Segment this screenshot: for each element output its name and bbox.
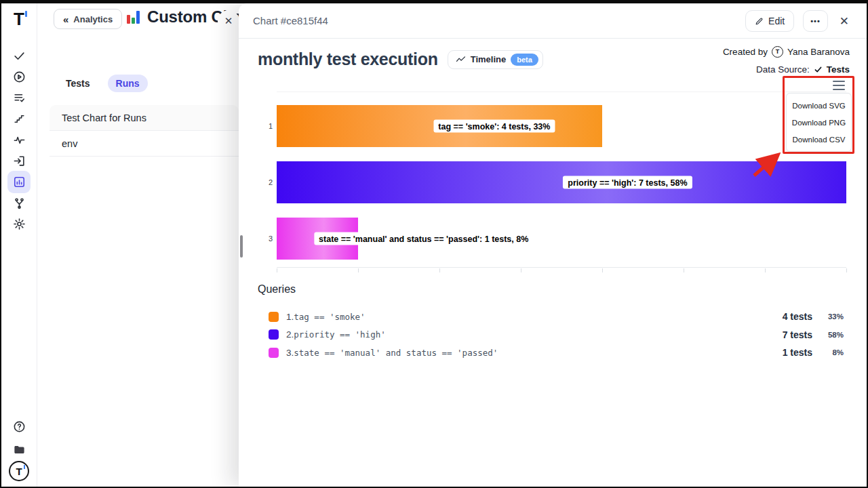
- query-tests-count: 1 tests: [762, 347, 812, 358]
- list-item[interactable]: Test Chart for Runs: [50, 105, 239, 131]
- panel-tabs: Tests Runs: [58, 75, 148, 92]
- created-by-label: Created by: [723, 47, 768, 57]
- menu-item-download-csv[interactable]: Download CSV: [787, 131, 851, 148]
- query-row: 2. priority == 'high' 7 tests 58%: [269, 326, 844, 344]
- data-source-value: Tests: [827, 64, 850, 75]
- download-menu: Download SVG Download PNG Download CSV: [786, 93, 852, 152]
- y-axis-label: 3: [260, 235, 273, 243]
- query-percent: 8%: [816, 348, 844, 357]
- y-axis-label: 1: [260, 122, 273, 130]
- bar-priority-high[interactable]: [277, 161, 846, 203]
- import-sign-in-icon[interactable]: [7, 150, 31, 172]
- chart-meta: Created by T Yana Baranova Data Source: …: [723, 45, 850, 81]
- logo-accent: [25, 11, 27, 17]
- app-window: T T « Analytics Custom Charts: [0, 0, 868, 488]
- custom-charts-icon: [125, 9, 142, 25]
- menu-item-download-png[interactable]: Download PNG: [787, 114, 851, 131]
- query-row: 3. state == 'manual' and status == 'pass…: [269, 344, 844, 362]
- query-row: 1. tag == 'smoke' 4 tests 33%: [269, 308, 844, 326]
- pencil-icon: [755, 17, 764, 26]
- drawer-title: Chart #ce815f44: [253, 15, 328, 26]
- avatar-accent: [24, 465, 25, 469]
- tab-tests[interactable]: Tests: [58, 75, 98, 92]
- queries-heading: Queries: [258, 283, 296, 296]
- back-chevrons-icon: «: [63, 14, 68, 25]
- close-icon[interactable]: ✕: [837, 13, 852, 30]
- query-text: priority == 'high': [294, 329, 385, 340]
- query-tests-count: 7 tests: [762, 329, 812, 340]
- query-index: 3.: [286, 348, 294, 358]
- bar-label: tag == 'smoke': 4 tests, 33%: [433, 120, 555, 133]
- creator-name: Yana Baranova: [787, 47, 850, 57]
- query-text: tag == 'smoke': [294, 312, 365, 322]
- runs-play-icon[interactable]: [7, 66, 31, 88]
- scrollbar-thumb[interactable]: [240, 235, 243, 258]
- icon-rail: T T: [1, 3, 37, 487]
- plans-list-check-icon[interactable]: [7, 87, 31, 109]
- check-icon: [814, 65, 823, 74]
- query-text: state == 'manual' and status == 'passed': [294, 348, 498, 358]
- analytics-panel: « Analytics Custom Charts Tests Runs Tes…: [37, 3, 239, 487]
- steps-icon[interactable]: [7, 108, 31, 130]
- bar-label: priority == 'high': 7 tests, 58%: [563, 176, 692, 189]
- y-axis-label: 2: [260, 178, 273, 186]
- bar-label: state == 'manual' and status == 'passed'…: [314, 232, 533, 245]
- tests-check-icon[interactable]: [7, 45, 31, 67]
- query-index: 2.: [286, 329, 294, 340]
- chart-drawer: Chart #ce815f44 Edit ••• ✕ monthly test …: [239, 3, 867, 487]
- beta-badge: beta: [511, 54, 538, 66]
- help-icon[interactable]: [7, 415, 31, 438]
- activity-pulse-icon[interactable]: [7, 129, 31, 151]
- tab-runs[interactable]: Runs: [108, 75, 148, 92]
- analytics-bar-chart-icon[interactable]: [7, 171, 31, 193]
- menu-item-download-svg[interactable]: Download SVG: [787, 97, 851, 114]
- query-index: 1.: [286, 312, 294, 322]
- settings-gear-icon[interactable]: [7, 213, 31, 235]
- edit-button[interactable]: Edit: [745, 10, 794, 32]
- creator-avatar: T: [772, 46, 783, 58]
- bar-chart: 1 tag == 'smoke': 4 tests, 33% 2 priorit…: [277, 92, 846, 268]
- chart-heading: monthly test execution: [258, 49, 438, 69]
- drawer-header: Chart #ce815f44 Edit ••• ✕: [239, 3, 867, 39]
- timeline-toggle-button[interactable]: Timeline beta: [448, 50, 543, 69]
- queries-list: 1. tag == 'smoke' 4 tests 33% 2. priorit…: [269, 308, 844, 362]
- user-avatar[interactable]: T: [9, 461, 29, 481]
- list-item[interactable]: env: [50, 131, 239, 157]
- query-color-swatch: [269, 312, 279, 322]
- more-options-button[interactable]: •••: [803, 10, 828, 32]
- chart-list: Test Chart for Runs env: [50, 105, 239, 157]
- data-source-label: Data Source:: [756, 64, 810, 75]
- projects-folder-icon[interactable]: [7, 438, 31, 461]
- app-logo[interactable]: T: [14, 10, 24, 28]
- back-to-analytics-button[interactable]: « Analytics: [54, 9, 122, 29]
- git-branch-icon[interactable]: [7, 192, 31, 214]
- panel-close-icon[interactable]: ✕: [218, 10, 239, 32]
- query-percent: 58%: [816, 331, 844, 339]
- trend-line-icon: [456, 56, 466, 64]
- query-tests-count: 4 tests: [762, 311, 812, 322]
- query-color-swatch: [269, 329, 279, 340]
- chart-menu-hamburger-icon[interactable]: [833, 81, 845, 92]
- query-percent: 33%: [816, 312, 844, 321]
- query-color-swatch: [269, 348, 279, 358]
